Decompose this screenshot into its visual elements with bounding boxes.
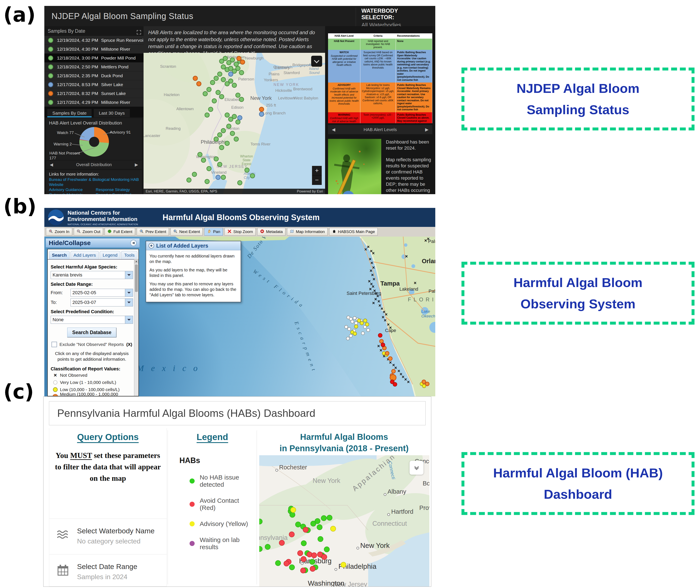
not-observed-mark[interactable]: × bbox=[389, 325, 392, 331]
sample-row[interactable]: 12/17/2024, 8:32 PMSunset Lake bbox=[44, 89, 144, 98]
sample-site-dot-green[interactable] bbox=[228, 79, 233, 84]
metadata-button[interactable]: MMetadata bbox=[257, 228, 285, 236]
tab-legend[interactable]: Legend bbox=[100, 251, 120, 259]
tab-tools[interactable]: Tools bbox=[121, 251, 137, 259]
link-advisory-guidance[interactable]: Advisory Guidance bbox=[49, 187, 96, 192]
not-observed-mark[interactable]: × bbox=[377, 343, 380, 349]
not-observed-mark[interactable]: × bbox=[372, 300, 375, 306]
tab-add-layers[interactable]: Add Layers bbox=[71, 251, 99, 259]
dropdown-arrow-icon[interactable] bbox=[125, 289, 133, 297]
report-point-yellow[interactable] bbox=[353, 332, 357, 336]
report-point-red[interactable] bbox=[378, 333, 383, 338]
sample-site-dot-green[interactable] bbox=[226, 124, 231, 129]
collapse-legend-button[interactable] bbox=[410, 461, 423, 475]
sample-site-dot-green[interactable] bbox=[214, 137, 219, 142]
hab-point-green[interactable] bbox=[301, 540, 307, 546]
hab-point-green[interactable] bbox=[289, 565, 295, 570]
collapse-panel-button[interactable] bbox=[311, 56, 322, 67]
search-database-button[interactable]: Search Database bbox=[67, 328, 116, 337]
sample-site-dot-green[interactable] bbox=[250, 173, 255, 178]
not-observed-mark[interactable]: × bbox=[373, 276, 375, 282]
hab-point-green[interactable] bbox=[265, 544, 270, 550]
not-observed-mark[interactable]: × bbox=[404, 377, 407, 382]
nj-map[interactable]: ScrantonMiddletownNewburghDanburyHazleto… bbox=[144, 53, 325, 194]
hab-point-red[interactable] bbox=[279, 540, 285, 546]
hab-point-yellow[interactable] bbox=[290, 507, 296, 513]
next-extent-button[interactable]: Next Extent bbox=[171, 228, 203, 236]
report-point-red[interactable] bbox=[393, 382, 397, 387]
sample-site-dot-blue[interactable] bbox=[228, 72, 233, 77]
tab-samples-by-date[interactable]: Samples By Date bbox=[47, 109, 92, 117]
query-row-select-waterbody-name[interactable]: Select Waterbody NameNo category selecte… bbox=[49, 519, 167, 554]
zoom-in-button[interactable]: Zoom In bbox=[46, 228, 72, 236]
dropdown-arrow-icon[interactable] bbox=[125, 271, 133, 279]
next-arrow-icon[interactable]: ▶ bbox=[135, 162, 138, 167]
sample-site-dot-green[interactable] bbox=[244, 168, 250, 173]
hab-point-green[interactable] bbox=[289, 512, 295, 518]
report-point-orange[interactable] bbox=[391, 369, 396, 374]
report-point-orange[interactable] bbox=[388, 356, 393, 361]
sample-site-dot-green[interactable] bbox=[201, 158, 206, 163]
sample-site-dot-green[interactable] bbox=[214, 76, 219, 81]
to-date-dropdown[interactable]: 2025-03-07 bbox=[71, 298, 133, 306]
hab-point-green[interactable] bbox=[309, 559, 315, 565]
hab-point-green[interactable] bbox=[327, 515, 332, 521]
sample-site-dot-green[interactable] bbox=[221, 77, 226, 82]
sample-site-dot-green[interactable] bbox=[206, 166, 212, 171]
link-report-a-suspected-hab[interactable]: Report a Suspected HAB bbox=[96, 192, 139, 194]
report-point-white[interactable] bbox=[351, 320, 354, 324]
not-observed-mark[interactable]: × bbox=[367, 244, 370, 250]
sample-site-dot-green[interactable] bbox=[235, 93, 240, 98]
sample-site-dot-green[interactable] bbox=[206, 87, 212, 92]
hab-point-red[interactable] bbox=[297, 550, 303, 556]
sample-site-dot-green[interactable] bbox=[221, 128, 226, 133]
exclude-checkbox[interactable] bbox=[52, 342, 57, 347]
sample-site-dot-green[interactable] bbox=[216, 90, 221, 95]
full-extent-button[interactable]: Full Extent bbox=[105, 228, 135, 236]
hab-point-red[interactable] bbox=[321, 554, 327, 560]
sample-site-dot-green[interactable] bbox=[217, 132, 222, 137]
report-point-white[interactable] bbox=[349, 334, 353, 338]
query-row-select-date-range[interactable]: Select Date RangeSamples in 2024 bbox=[49, 554, 167, 587]
not-observed-mark[interactable]: × bbox=[424, 238, 427, 243]
sample-site-dot-orange[interactable] bbox=[196, 81, 201, 86]
zoom-in-button[interactable]: + bbox=[312, 166, 322, 175]
report-point-white[interactable] bbox=[347, 327, 351, 331]
hab-point-green[interactable] bbox=[315, 518, 320, 524]
pan-button[interactable]: Pan bbox=[204, 228, 223, 236]
sample-site-dot-green[interactable] bbox=[223, 56, 228, 61]
sample-site-dot-green[interactable] bbox=[234, 137, 239, 142]
not-observed-mark[interactable]: × bbox=[384, 318, 387, 323]
report-point-white[interactable] bbox=[361, 332, 365, 335]
sample-site-dot-orange[interactable] bbox=[193, 76, 198, 81]
not-observed-mark[interactable]: × bbox=[427, 237, 430, 242]
sample-site-dot-blue[interactable] bbox=[216, 175, 221, 180]
hab-point-green[interactable] bbox=[317, 536, 323, 542]
report-point-yellow[interactable] bbox=[360, 321, 364, 325]
layers-popup-icon[interactable] bbox=[149, 243, 154, 248]
report-point-yellow[interactable] bbox=[354, 325, 358, 329]
sample-site-dot-green[interactable] bbox=[217, 72, 222, 77]
sample-site-dot-blue[interactable] bbox=[237, 115, 242, 120]
sample-site-dot-green[interactable] bbox=[232, 83, 237, 88]
hab-point-green[interactable] bbox=[324, 547, 330, 552]
report-point-white[interactable] bbox=[346, 337, 350, 340]
dropdown-arrow-icon[interactable] bbox=[125, 316, 133, 324]
hab-point-green[interactable] bbox=[275, 560, 281, 566]
prev-arrow-icon[interactable]: ◀ bbox=[50, 162, 53, 167]
sample-site-dot-green[interactable] bbox=[210, 80, 215, 85]
hab-point-red[interactable] bbox=[303, 527, 309, 533]
link-outreach-materials[interactable]: Outreach Materials bbox=[49, 192, 96, 194]
sample-site-dot-blue[interactable] bbox=[259, 112, 264, 117]
sample-site-dot-green[interactable] bbox=[214, 156, 219, 161]
not-observed-mark[interactable]: × bbox=[402, 374, 404, 380]
sample-site-dot-green[interactable] bbox=[235, 66, 240, 71]
gulf-map[interactable]: of Mexico De Soto Va West Florida Escarp… bbox=[44, 237, 435, 396]
waterbody-selector[interactable]: WATERBODY SELECTOR: All Waterbodies bbox=[356, 8, 432, 28]
link-response-strategy[interactable]: Response Strategy bbox=[96, 187, 139, 192]
not-observed-mark[interactable]: × bbox=[414, 280, 416, 286]
report-point-yellow[interactable] bbox=[363, 319, 367, 323]
dropdown-arrow-icon[interactable] bbox=[125, 299, 133, 306]
sample-site-dot-green[interactable] bbox=[225, 141, 230, 146]
hide-collapse-bar[interactable]: Hide/Collapse ◀ bbox=[46, 238, 140, 248]
